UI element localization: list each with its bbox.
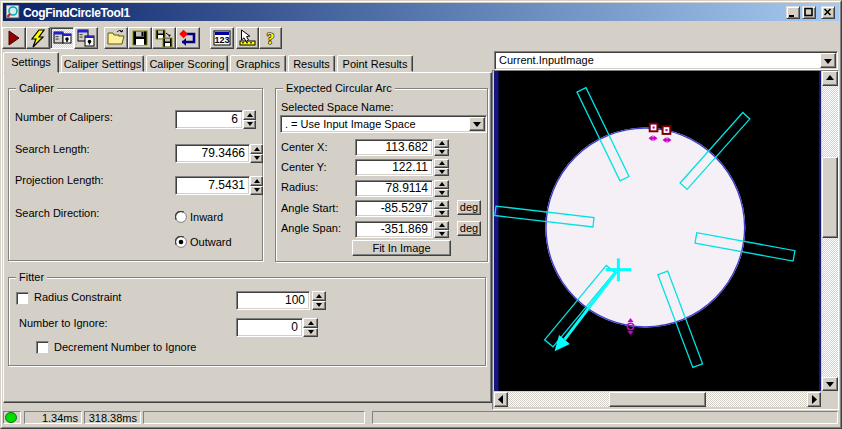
svg-text:123: 123 — [214, 35, 229, 45]
svg-text:?: ? — [267, 30, 275, 47]
